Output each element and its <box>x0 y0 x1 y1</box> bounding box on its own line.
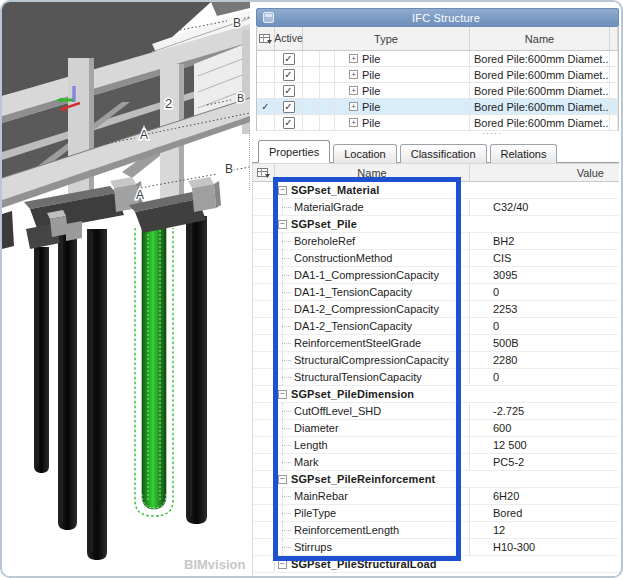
grid-label: B <box>233 16 241 30</box>
row-indicator-cell <box>253 386 275 402</box>
expand-icon[interactable]: + <box>349 102 358 111</box>
row-indicator-cell <box>253 250 275 266</box>
property-value: 3095 <box>493 269 517 281</box>
column-header-active[interactable]: Active <box>275 27 303 50</box>
grid-label: B <box>237 92 244 104</box>
name-label: Bored Pile:600mm Diamet... <box>474 101 610 113</box>
type-label: Pile <box>362 117 380 129</box>
property-value-cell[interactable]: 2253 <box>470 301 619 317</box>
expand-icon[interactable]: + <box>349 70 358 79</box>
type-label: Pile <box>362 85 380 97</box>
property-value-cell[interactable]: 2280 <box>470 352 619 368</box>
pile <box>186 216 207 524</box>
active-cell: ✓ <box>275 67 303 82</box>
property-value-cell[interactable]: Bored <box>470 505 619 521</box>
row-indicator-cell <box>253 420 275 436</box>
property-value: CIS <box>493 252 511 264</box>
property-value-cell[interactable]: 12 <box>470 522 619 538</box>
name-cell: Bored Pile:600mm Diamet... <box>470 83 610 98</box>
property-value: BH2 <box>493 235 514 247</box>
customize-button[interactable] <box>257 27 275 50</box>
name-cell: Bored Pile:600mm Diamet... <box>470 99 610 114</box>
customize-button-props[interactable] <box>253 164 275 181</box>
column-header-name[interactable]: Name <box>470 27 610 50</box>
row-indicator-cell <box>253 182 275 198</box>
property-value: 12 500 <box>493 439 527 451</box>
indent-cell <box>320 99 335 114</box>
window-icon[interactable] <box>263 12 274 23</box>
property-value-cell[interactable]: -2.725 <box>470 403 619 419</box>
ifc-structure-titlebar[interactable]: IFC Structure <box>256 8 619 27</box>
property-value-cell[interactable]: PC5-2 <box>470 454 619 470</box>
selected-pile[interactable] <box>135 222 173 516</box>
property-value-cell[interactable]: 500B <box>470 335 619 351</box>
indent-cell <box>303 83 320 98</box>
tab-location[interactable]: Location <box>333 144 397 163</box>
property-value-cell[interactable]: CIS <box>470 250 619 266</box>
indent-cell <box>303 51 320 66</box>
active-checkbox[interactable]: ✓ <box>283 53 295 65</box>
property-value: Bored <box>493 507 522 519</box>
active-checkbox[interactable]: ✓ <box>283 101 295 113</box>
row-indicator-cell <box>253 267 275 283</box>
structure-rows: ✓+PileBored Pile:600mm Diamet...✓+PileBo… <box>257 51 618 131</box>
row-indicator-cell <box>253 403 275 419</box>
indent-cell <box>320 67 335 82</box>
property-value-cell[interactable]: 0 <box>470 369 619 385</box>
property-value: 0 <box>493 320 499 332</box>
tab-classification[interactable]: Classification <box>400 144 487 163</box>
row-indicator-cell <box>253 301 275 317</box>
row-indicator-cell <box>253 216 275 232</box>
structure-header-row: Active Type Name <box>257 27 618 51</box>
tab-properties[interactable]: Properties <box>258 140 330 163</box>
expand-icon[interactable]: + <box>349 118 358 127</box>
row-indicator-cell <box>253 488 275 504</box>
structure-row[interactable]: ✓✓+PileBored Pile:600mm Diamet... <box>257 99 618 115</box>
property-value: C32/40 <box>493 201 528 213</box>
property-value-cell[interactable]: 12 500 <box>470 437 619 453</box>
structure-row[interactable]: ✓+PileBored Pile:600mm Diamet... <box>257 51 618 67</box>
row-indicator-cell <box>253 522 275 538</box>
property-value: 500B <box>493 337 519 349</box>
name-label: Bored Pile:600mm Diamet... <box>474 53 610 65</box>
property-value-cell[interactable]: 3095 <box>470 267 619 283</box>
row-indicator-cell <box>257 51 275 66</box>
property-value-cell[interactable]: 6H20 <box>470 488 619 504</box>
structure-row[interactable]: ✓+PileBored Pile:600mm Diamet... <box>257 83 618 99</box>
end-cell <box>610 115 618 130</box>
horizontal-splitter[interactable]: ····· <box>256 131 619 140</box>
active-checkbox[interactable]: ✓ <box>283 117 295 129</box>
property-value-cell[interactable]: BH2 <box>470 233 619 249</box>
type-cell: +Pile <box>335 51 470 66</box>
property-value-cell[interactable]: H10-300 <box>470 539 619 555</box>
property-value-cell[interactable]: 0 <box>470 318 619 334</box>
row-indicator-cell <box>253 454 275 470</box>
expand-icon[interactable]: + <box>349 86 358 95</box>
structure-row[interactable]: ✓+PileBored Pile:600mm Diamet... <box>257 67 618 83</box>
active-cell: ✓ <box>275 99 303 114</box>
property-value: 2253 <box>493 303 517 315</box>
column-header-type[interactable]: Type <box>303 27 470 50</box>
end-cell <box>610 51 618 66</box>
active-checkbox[interactable]: ✓ <box>283 85 295 97</box>
panel-title: IFC Structure <box>274 12 618 24</box>
pile <box>34 247 49 473</box>
3d-viewport[interactable]: B2BABA BIMvision <box>2 2 251 576</box>
expand-icon[interactable]: + <box>349 54 358 63</box>
tab-relations[interactable]: Relations <box>490 144 558 163</box>
row-indicator-cell <box>253 437 275 453</box>
name-cell: Bored Pile:600mm Diamet... <box>470 51 610 66</box>
structure-row[interactable]: ✓+PileBored Pile:600mm Diamet... <box>257 115 618 131</box>
pile <box>58 229 77 530</box>
active-checkbox[interactable]: ✓ <box>283 69 295 81</box>
row-indicator-cell: ✓ <box>257 99 275 114</box>
property-value-cell[interactable]: 0 <box>470 284 619 300</box>
type-label: Pile <box>362 101 380 113</box>
3d-scene: B2BABA BIMvision <box>2 2 251 576</box>
indent-cell <box>303 67 320 82</box>
property-value-cell[interactable]: 600 <box>470 420 619 436</box>
property-value-cell[interactable]: C32/40 <box>470 199 619 215</box>
name-label: Bored Pile:600mm Diamet... <box>474 85 610 97</box>
piles[interactable] <box>34 216 207 560</box>
column-header-prop-value[interactable]: Value <box>470 164 619 181</box>
